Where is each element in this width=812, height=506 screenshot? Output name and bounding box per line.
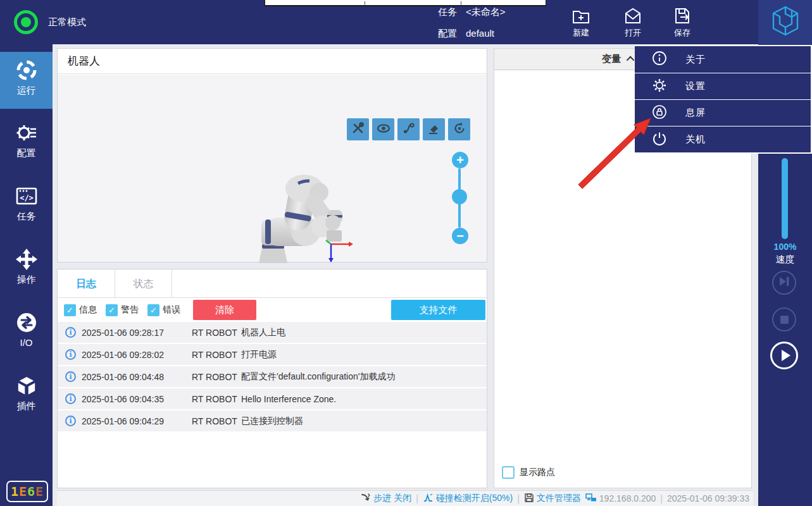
tab-status[interactable]: 状态 xyxy=(115,269,172,297)
file-manager-button[interactable]: 文件管理器 xyxy=(524,493,581,505)
config-label: 配置 xyxy=(438,28,457,39)
viewport-reset-view-button[interactable] xyxy=(448,118,470,140)
log-source: RT ROBOT xyxy=(192,394,241,404)
stop-button[interactable] xyxy=(772,307,796,331)
info-icon: i xyxy=(65,349,76,360)
zoom-out-button[interactable]: − xyxy=(452,228,468,244)
menu-item-shutdown[interactable]: 关机 xyxy=(635,126,811,152)
show-waypoints-checkbox[interactable] xyxy=(502,466,515,479)
zoom-slider-thumb[interactable] xyxy=(452,189,467,204)
sidebar-item-task[interactable]: </> 任务 xyxy=(0,178,53,235)
robot-3d-model xyxy=(254,156,361,263)
log-source: RT ROBOT xyxy=(192,372,241,382)
save-task-button[interactable]: 保存 xyxy=(665,6,700,39)
sidebar-item-label: 插件 xyxy=(0,400,53,412)
plugin-icon xyxy=(0,374,53,398)
new-task-label: 新建 xyxy=(563,27,599,39)
collision-detection-toggle[interactable]: 碰撞检测开启(50%) xyxy=(423,493,513,505)
ip-address: 192.168.0.200 xyxy=(585,493,656,505)
log-time: 2025-01-06 09:04:48 xyxy=(82,372,192,382)
viewport-path-button[interactable] xyxy=(397,118,420,140)
config-row: 配置default xyxy=(438,28,494,40)
status-bar: 步进 关闭 | 碰撞检测开启(50%) | 文件管理器 192.168.0.20… xyxy=(57,490,753,506)
stop-icon xyxy=(780,316,789,324)
speed-label: 速度 xyxy=(758,254,812,266)
zoom-in-button[interactable]: + xyxy=(452,152,468,168)
sidebar-item-label: 任务 xyxy=(0,211,53,223)
menu-item-about[interactable]: 关于 xyxy=(635,46,811,73)
eye-icon xyxy=(377,121,390,138)
filter-error-label: 错误 xyxy=(163,304,180,316)
filter-info-checkbox[interactable]: ✓ xyxy=(64,304,76,316)
sidebar-item-jog[interactable]: 操作 xyxy=(0,241,53,298)
sidebar-item-label: 运行 xyxy=(0,85,53,97)
badge-char: E xyxy=(19,484,27,499)
log-panel: 日志 状态 ✓ 信息 ✓ 警告 ✓ 错误 清除 支持文件 i 2025-01-0… xyxy=(57,269,487,488)
run-icon xyxy=(0,58,53,82)
log-time: 2025-01-06 09:04:35 xyxy=(82,394,192,404)
open-file-icon xyxy=(615,6,651,26)
reset-view-icon xyxy=(453,121,466,138)
config-value: default xyxy=(466,28,494,39)
menu-item-label: 息屏 xyxy=(685,107,706,119)
device-code-badge[interactable]: 1E6E xyxy=(6,481,48,502)
tools-icon xyxy=(351,121,365,137)
top-strip-tick xyxy=(365,1,365,6)
open-task-button[interactable]: 打开 xyxy=(615,6,651,39)
sidebar-item-config[interactable]: 配置 xyxy=(0,114,53,171)
sidebar-item-label: 操作 xyxy=(0,274,53,286)
show-waypoints-label: 显示路点 xyxy=(520,467,555,478)
mode-label: 正常模式 xyxy=(48,0,86,44)
log-row: i 2025-01-06 09:28:17 RT ROBOT 机器人上电 xyxy=(58,322,487,343)
filter-warning-checkbox[interactable]: ✓ xyxy=(106,304,118,316)
separator: | xyxy=(416,493,418,503)
power-icon xyxy=(651,130,668,149)
log-time: 2025-01-06 09:04:29 xyxy=(82,416,192,426)
sidebar-item-io[interactable]: I/O xyxy=(0,304,53,361)
lock-icon xyxy=(651,104,668,123)
task-label: 任务 xyxy=(438,6,457,17)
cube-logo-icon xyxy=(770,5,801,39)
top-strip xyxy=(265,0,546,6)
filter-warning-label: 警告 xyxy=(121,304,139,316)
sidebar-item-run[interactable]: 运行 xyxy=(0,52,53,109)
log-source: RT ROBOT xyxy=(192,350,241,360)
step-next-button[interactable] xyxy=(772,271,796,295)
sidebar-item-label: 配置 xyxy=(0,147,53,159)
menu-item-label: 关于 xyxy=(685,54,706,66)
chevron-up-icon xyxy=(627,56,635,65)
path-icon xyxy=(402,121,416,138)
new-task-button[interactable]: 新建 xyxy=(563,6,599,39)
play-button[interactable] xyxy=(770,342,798,369)
filter-info-label: 信息 xyxy=(79,304,97,316)
log-row: i 2025-01-06 09:28:02 RT ROBOT 打开电源 xyxy=(58,344,487,365)
separator: | xyxy=(517,493,520,503)
viewport-eraser-button[interactable] xyxy=(423,118,445,140)
top-bar: 正常模式 任务<未命名> 配置default 新建 打开 保存 xyxy=(0,0,812,44)
clear-log-button[interactable]: 清除 xyxy=(193,300,256,320)
open-task-label: 打开 xyxy=(615,27,651,39)
filter-error-checkbox[interactable]: ✓ xyxy=(147,304,159,316)
viewport-visibility-button[interactable] xyxy=(372,118,394,140)
menu-item-settings[interactable]: 设置 xyxy=(635,73,811,99)
speed-slider[interactable] xyxy=(782,158,788,239)
separator: | xyxy=(660,493,663,503)
config-icon xyxy=(0,121,53,145)
badge-char: 1 xyxy=(11,484,19,499)
menu-item-screen-off[interactable]: 息屏 xyxy=(635,99,811,126)
support-file-button[interactable]: 支持文件 xyxy=(391,300,485,320)
robot-3d-viewport[interactable]: + − xyxy=(58,75,487,262)
log-row: i 2025-01-06 09:04:48 RT ROBOT 配置文件'defa… xyxy=(58,366,487,387)
log-row: i 2025-01-06 09:04:29 RT ROBOT 已连接到控制器 xyxy=(58,410,487,431)
tab-log[interactable]: 日志 xyxy=(58,269,115,297)
sidebar-item-plugin[interactable]: 插件 xyxy=(0,367,53,424)
log-message: 配置文件'default.configuration'加载成功 xyxy=(241,371,487,383)
step-mode-toggle[interactable]: 步进 关闭 xyxy=(361,493,411,505)
app-logo-button[interactable] xyxy=(758,0,812,44)
badge-char: E xyxy=(35,484,44,499)
viewport-tools-button[interactable] xyxy=(347,118,369,140)
task-row: 任务<未命名> xyxy=(438,6,506,18)
info-icon xyxy=(651,50,668,69)
collision-icon xyxy=(423,493,436,505)
play-icon xyxy=(782,350,790,361)
